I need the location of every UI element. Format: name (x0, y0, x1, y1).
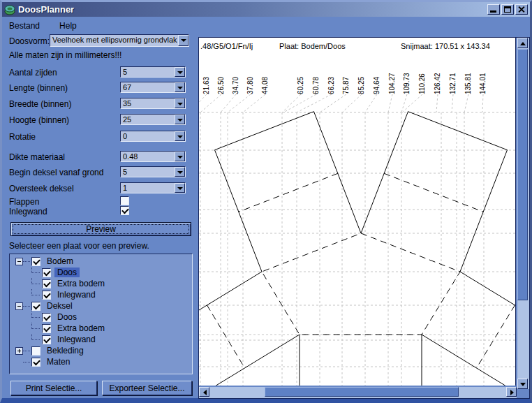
vertical-scrollbar[interactable] (517, 38, 529, 389)
tree-row-deksel-inlegwand[interactable]: Inlegwand (10, 334, 192, 345)
tree-item-label[interactable]: Inlegwand (54, 335, 98, 344)
tree-item-label[interactable]: Extra bodem (54, 323, 108, 333)
tree-item-label[interactable]: Bodem (44, 256, 76, 266)
chevron-down-icon[interactable] (175, 152, 185, 161)
tree-row-bodem-inlegwand[interactable]: Inlegwand (10, 289, 192, 300)
aantal-zijden-value: 5 (121, 67, 175, 77)
tree-row-bodem-extra[interactable]: Extra bodem (10, 278, 192, 289)
vertical-scroll-thumb[interactable] (517, 49, 528, 300)
menu-bestand[interactable]: Bestand (6, 20, 43, 31)
tree-checkbox[interactable] (42, 335, 51, 344)
oversteek-combobox[interactable]: 1 (120, 182, 186, 193)
tree-checkbox[interactable] (42, 279, 51, 288)
tree-expander-icon[interactable] (15, 302, 23, 310)
row-label-rotatie: Rotatie (9, 132, 36, 142)
shape-value: Veelhoek met ellipsvormig grondvlak (50, 35, 178, 46)
row-label-lengte: Lengte (binnen) (9, 83, 68, 93)
scroll-down-button[interactable] (517, 379, 528, 389)
tree-item-label[interactable]: Inlegwand (54, 290, 98, 300)
maximize-icon (504, 6, 511, 13)
aantal-zijden-combobox[interactable]: 5 (120, 66, 186, 78)
tree-checkbox[interactable] (31, 257, 40, 266)
lengte-value: 67 (121, 82, 175, 92)
oversteek-value: 1 (121, 183, 175, 193)
row-label-begindeksel: Begin deksel vanaf grond (9, 168, 103, 177)
hoogte-combobox[interactable]: 25 (120, 114, 186, 125)
row-label-oversteek: Oversteek deksel (9, 184, 74, 193)
close-button[interactable] (515, 4, 528, 15)
chevron-down-icon[interactable] (175, 98, 185, 108)
horizontal-scroll-thumb[interactable] (265, 387, 459, 397)
print-selection-button[interactable]: Print Selectie... (10, 381, 97, 395)
tree-row-deksel[interactable]: Deksel (10, 300, 192, 312)
tree-connector (23, 351, 30, 351)
chevron-down-icon[interactable] (175, 82, 185, 92)
chevron-down-icon[interactable] (175, 183, 185, 193)
chevron-down-icon[interactable] (175, 115, 185, 124)
inlegwand-label: Inlegwand (9, 207, 47, 217)
chevron-down-icon[interactable] (175, 167, 185, 177)
chevron-down-icon[interactable] (178, 35, 189, 46)
dikte-combobox[interactable]: 0.48 (120, 151, 186, 162)
maximize-button[interactable] (501, 4, 514, 15)
tree-row-bekleding[interactable]: Bekleding (10, 345, 192, 356)
window-title: DoosPlanner (18, 4, 74, 15)
row-label-aantal: Aantal zijden (9, 68, 57, 78)
hoogte-value: 25 (121, 115, 175, 124)
minimize-icon (490, 10, 496, 13)
tree-connector (23, 261, 30, 262)
tree-checkbox[interactable] (42, 313, 51, 322)
scroll-right-button[interactable] (506, 387, 517, 397)
tree-item-label[interactable]: Extra bodem (54, 279, 108, 288)
tree-item-label[interactable]: Deksel (44, 301, 75, 311)
tree-row-bodem-doos[interactable]: Doos (10, 267, 192, 278)
tree-checkbox[interactable] (31, 302, 40, 311)
row-label-breedte: Breedte (binnen) (9, 99, 71, 109)
tree-connector (31, 278, 40, 284)
lengte-combobox[interactable]: 67 (120, 82, 186, 93)
horizontal-scrollbar[interactable] (199, 387, 517, 398)
tree-row-bodem[interactable]: Bodem (10, 256, 192, 267)
tree-checkbox[interactable] (42, 324, 51, 333)
export-selection-label: Exporteer Selectie... (109, 383, 184, 393)
breedte-combobox[interactable]: 35 (120, 98, 186, 109)
titlebar[interactable]: DoosPlanner (2, 2, 530, 17)
tree-connector (31, 323, 40, 329)
tree-expander-icon[interactable] (15, 347, 23, 355)
shape-combobox[interactable]: Veelhoek met ellipsvormig grondvlak (50, 34, 189, 47)
preview-button[interactable]: Preview (10, 222, 191, 236)
preview-button-label: Preview (86, 224, 116, 234)
row-label-dikte: Dikte materiaal (9, 152, 65, 162)
flappen-checkbox[interactable] (120, 196, 129, 205)
tree-row-deksel-doos[interactable]: Doos (10, 312, 192, 323)
rotatie-value: 0 (121, 131, 175, 141)
tree-item-label[interactable]: Maten (44, 357, 73, 367)
minimize-button[interactable] (487, 4, 500, 15)
tree-connector (23, 306, 30, 307)
chevron-down-icon[interactable] (175, 67, 185, 77)
tree-connector (31, 312, 40, 318)
chevron-down-icon[interactable] (175, 131, 185, 141)
inlegwand-checkbox[interactable] (120, 206, 129, 215)
scroll-left-button[interactable] (199, 387, 209, 397)
tree-item-label[interactable]: Doos (54, 268, 80, 277)
export-selection-button[interactable]: Exporteer Selectie... (102, 381, 192, 395)
print-selection-label: Print Selectie... (26, 383, 82, 393)
tree-checkbox[interactable] (31, 358, 40, 367)
rotatie-combobox[interactable]: 0 (120, 131, 186, 142)
tree-checkbox[interactable] (42, 268, 51, 277)
shape-label: Doosvorm: (9, 36, 50, 46)
tree-checkbox[interactable] (42, 291, 51, 300)
tree-item-label[interactable]: Bekleding (44, 346, 87, 356)
tree-expander-icon[interactable] (15, 258, 23, 265)
tree-checkbox[interactable] (31, 346, 40, 356)
close-icon (518, 6, 525, 13)
tree-connector (31, 267, 40, 273)
tree-row-maten[interactable]: Maten (10, 356, 192, 367)
tree-row-deksel-extra[interactable]: Extra bodem (10, 323, 192, 334)
tree-connector (23, 362, 30, 362)
menu-help[interactable]: Help (57, 20, 80, 31)
scroll-up-button[interactable] (517, 38, 528, 48)
begin-deksel-combobox[interactable]: 5 (120, 166, 186, 177)
tree-item-label[interactable]: Doos (54, 312, 80, 322)
